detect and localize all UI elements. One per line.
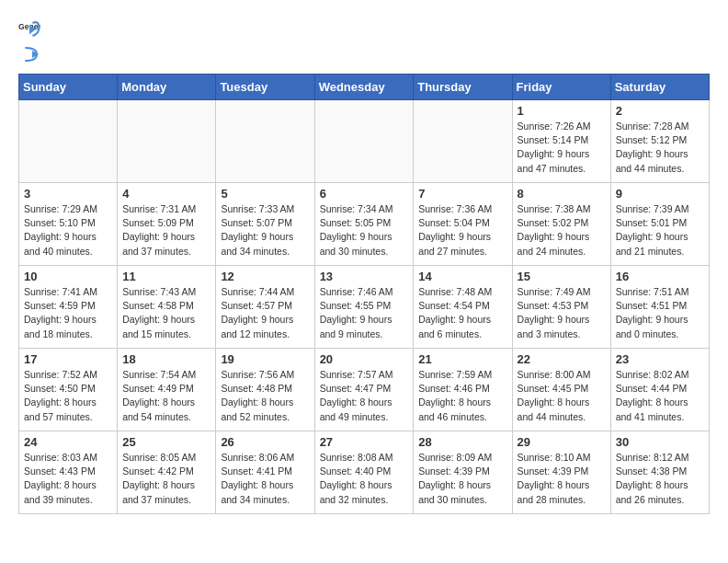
day-info: Sunrise: 7:33 AMSunset: 5:07 PMDaylight:…	[221, 202, 309, 259]
weekday-header-monday: Monday	[118, 75, 216, 100]
calendar-cell: 29Sunrise: 8:10 AMSunset: 4:39 PMDayligh…	[512, 431, 610, 514]
calendar-cell: 8Sunrise: 7:38 AMSunset: 5:02 PMDaylight…	[512, 183, 610, 266]
day-info: Sunrise: 8:09 AMSunset: 4:39 PMDaylight:…	[418, 451, 506, 507]
logo: General	[18, 18, 42, 64]
day-number: 3	[24, 187, 112, 201]
weekday-header-wednesday: Wednesday	[314, 75, 414, 100]
calendar-cell: 21Sunrise: 7:59 AMSunset: 4:46 PMDayligh…	[414, 349, 512, 431]
day-number: 6	[320, 187, 409, 201]
day-number: 16	[616, 270, 704, 283]
day-info: Sunrise: 7:31 AMSunset: 5:09 PMDaylight:…	[122, 202, 210, 259]
day-info: Sunrise: 7:43 AMSunset: 4:58 PMDaylight:…	[122, 285, 210, 341]
week-row-3: 17Sunrise: 7:52 AMSunset: 4:50 PMDayligh…	[19, 349, 710, 431]
day-info: Sunrise: 8:10 AMSunset: 4:39 PMDaylight:…	[518, 451, 606, 507]
calendar-cell	[19, 100, 118, 183]
day-info: Sunrise: 7:46 AMSunset: 4:55 PMDaylight:…	[320, 285, 409, 341]
day-info: Sunrise: 7:51 AMSunset: 4:51 PMDaylight:…	[616, 285, 704, 341]
day-number: 19	[221, 352, 309, 366]
day-info: Sunrise: 7:52 AMSunset: 4:50 PMDaylight:…	[24, 368, 112, 424]
day-number: 18	[122, 352, 210, 366]
calendar-cell	[118, 100, 216, 183]
calendar-cell: 10Sunrise: 7:41 AMSunset: 4:59 PMDayligh…	[19, 266, 118, 349]
logo-icon: General	[18, 18, 40, 40]
day-info: Sunrise: 7:48 AMSunset: 4:54 PMDaylight:…	[418, 285, 506, 341]
day-number: 14	[418, 270, 506, 283]
day-info: Sunrise: 8:00 AMSunset: 4:45 PMDaylight:…	[518, 368, 606, 424]
calendar-cell: 30Sunrise: 8:12 AMSunset: 4:38 PMDayligh…	[610, 431, 709, 514]
day-info: Sunrise: 7:38 AMSunset: 5:02 PMDaylight:…	[518, 202, 606, 259]
day-info: Sunrise: 7:26 AMSunset: 5:14 PMDaylight:…	[518, 120, 606, 176]
day-number: 5	[221, 187, 309, 201]
day-number: 12	[221, 270, 309, 283]
day-number: 17	[24, 352, 112, 366]
calendar-cell: 27Sunrise: 8:08 AMSunset: 4:40 PMDayligh…	[314, 431, 414, 514]
day-number: 22	[518, 352, 606, 366]
day-number: 13	[320, 270, 409, 283]
weekday-header-row: SundayMondayTuesdayWednesdayThursdayFrid…	[19, 75, 710, 100]
calendar-cell: 17Sunrise: 7:52 AMSunset: 4:50 PMDayligh…	[19, 349, 118, 431]
day-number: 30	[616, 435, 704, 449]
day-number: 23	[616, 352, 704, 366]
day-info: Sunrise: 7:39 AMSunset: 5:01 PMDaylight:…	[616, 202, 704, 259]
weekday-header-tuesday: Tuesday	[216, 75, 314, 100]
day-info: Sunrise: 7:28 AMSunset: 5:12 PMDaylight:…	[616, 120, 704, 176]
day-number: 27	[320, 435, 409, 449]
calendar-cell: 11Sunrise: 7:43 AMSunset: 4:58 PMDayligh…	[118, 266, 216, 349]
day-number: 8	[518, 187, 606, 201]
calendar-cell: 12Sunrise: 7:44 AMSunset: 4:57 PMDayligh…	[216, 266, 314, 349]
calendar-cell	[314, 100, 414, 183]
calendar-cell: 5Sunrise: 7:33 AMSunset: 5:07 PMDaylight…	[216, 183, 314, 266]
weekday-header-thursday: Thursday	[414, 75, 512, 100]
day-number: 9	[616, 187, 704, 201]
week-row-1: 3Sunrise: 7:29 AMSunset: 5:10 PMDaylight…	[19, 183, 710, 266]
calendar-cell: 6Sunrise: 7:34 AMSunset: 5:05 PMDaylight…	[314, 183, 414, 266]
calendar-cell: 9Sunrise: 7:39 AMSunset: 5:01 PMDaylight…	[610, 183, 709, 266]
day-info: Sunrise: 7:41 AMSunset: 4:59 PMDaylight:…	[24, 285, 112, 341]
day-number: 25	[122, 435, 210, 449]
day-number: 26	[221, 435, 309, 449]
day-number: 2	[616, 104, 704, 118]
calendar-cell: 15Sunrise: 7:49 AMSunset: 4:53 PMDayligh…	[512, 266, 610, 349]
calendar-cell: 16Sunrise: 7:51 AMSunset: 4:51 PMDayligh…	[610, 266, 709, 349]
day-info: Sunrise: 8:08 AMSunset: 4:40 PMDaylight:…	[320, 451, 409, 507]
calendar-cell: 26Sunrise: 8:06 AMSunset: 4:41 PMDayligh…	[216, 431, 314, 514]
day-number: 11	[122, 270, 210, 283]
day-info: Sunrise: 7:49 AMSunset: 4:53 PMDaylight:…	[518, 285, 606, 341]
day-info: Sunrise: 8:03 AMSunset: 4:43 PMDaylight:…	[24, 451, 112, 507]
day-info: Sunrise: 7:57 AMSunset: 4:47 PMDaylight:…	[320, 368, 409, 424]
calendar-cell	[216, 100, 314, 183]
week-row-4: 24Sunrise: 8:03 AMSunset: 4:43 PMDayligh…	[19, 431, 710, 514]
day-info: Sunrise: 7:56 AMSunset: 4:48 PMDaylight:…	[221, 368, 309, 424]
calendar-cell	[414, 100, 512, 183]
calendar-table: SundayMondayTuesdayWednesdayThursdayFrid…	[18, 74, 710, 514]
calendar-cell: 13Sunrise: 7:46 AMSunset: 4:55 PMDayligh…	[314, 266, 414, 349]
day-info: Sunrise: 7:44 AMSunset: 4:57 PMDaylight:…	[221, 285, 309, 341]
day-number: 10	[24, 270, 112, 283]
day-number: 21	[418, 352, 506, 366]
day-number: 29	[518, 435, 606, 449]
calendar-cell: 20Sunrise: 7:57 AMSunset: 4:47 PMDayligh…	[314, 349, 414, 431]
day-info: Sunrise: 7:34 AMSunset: 5:05 PMDaylight:…	[320, 202, 409, 259]
calendar-cell: 19Sunrise: 7:56 AMSunset: 4:48 PMDayligh…	[216, 349, 314, 431]
week-row-0: 1Sunrise: 7:26 AMSunset: 5:14 PMDaylight…	[19, 100, 710, 183]
day-number: 7	[418, 187, 506, 201]
calendar-cell: 25Sunrise: 8:05 AMSunset: 4:42 PMDayligh…	[118, 431, 216, 514]
logo-arrow-icon	[20, 44, 40, 64]
calendar-cell: 14Sunrise: 7:48 AMSunset: 4:54 PMDayligh…	[414, 266, 512, 349]
day-number: 24	[24, 435, 112, 449]
day-info: Sunrise: 8:05 AMSunset: 4:42 PMDaylight:…	[122, 451, 210, 507]
day-info: Sunrise: 7:29 AMSunset: 5:10 PMDaylight:…	[24, 202, 112, 259]
calendar-cell: 1Sunrise: 7:26 AMSunset: 5:14 PMDaylight…	[512, 100, 610, 183]
day-info: Sunrise: 8:12 AMSunset: 4:38 PMDaylight:…	[616, 451, 704, 507]
header: General	[18, 18, 710, 64]
day-info: Sunrise: 8:06 AMSunset: 4:41 PMDaylight:…	[221, 451, 309, 507]
day-info: Sunrise: 7:36 AMSunset: 5:04 PMDaylight:…	[418, 202, 506, 259]
weekday-header-saturday: Saturday	[610, 75, 709, 100]
calendar-cell: 23Sunrise: 8:02 AMSunset: 4:44 PMDayligh…	[610, 349, 709, 431]
day-info: Sunrise: 7:59 AMSunset: 4:46 PMDaylight:…	[418, 368, 506, 424]
weekday-header-friday: Friday	[512, 75, 610, 100]
calendar-cell: 28Sunrise: 8:09 AMSunset: 4:39 PMDayligh…	[414, 431, 512, 514]
weekday-header-sunday: Sunday	[19, 75, 118, 100]
day-number: 15	[518, 270, 606, 283]
calendar-cell: 7Sunrise: 7:36 AMSunset: 5:04 PMDaylight…	[414, 183, 512, 266]
